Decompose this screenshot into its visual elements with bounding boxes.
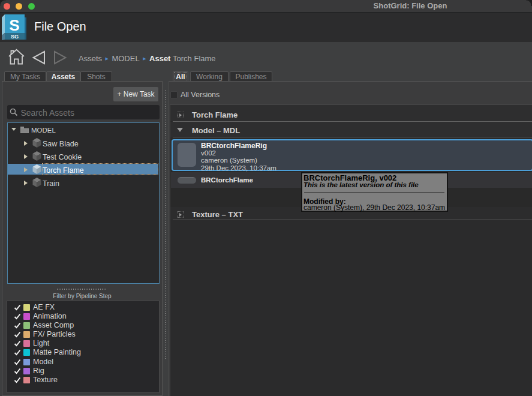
svg-text:SG: SG [11, 34, 19, 40]
svg-text:S: S [9, 16, 19, 34]
